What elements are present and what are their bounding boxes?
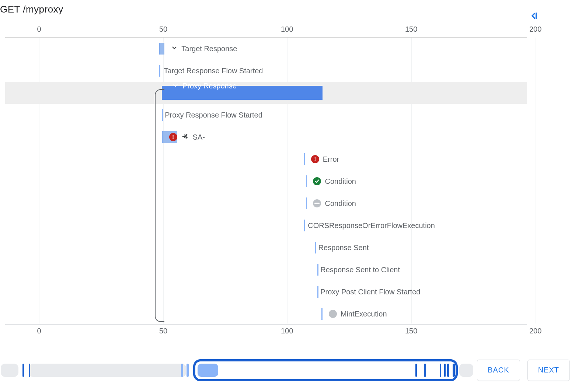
timeline-row[interactable]: !SA- [5,126,527,148]
row-text: Target Response [181,45,237,53]
row-label: Target Response [171,45,237,53]
timeline-row[interactable]: Proxy Response Flow Started [5,104,527,126]
scale-tick: 200 [529,327,541,335]
branch-icon [181,132,189,142]
timeline-row[interactable]: Target Response [5,38,527,60]
timeline-rows: Target ResponseTarget Response Flow Star… [5,38,527,325]
gridline [536,38,536,323]
minimap[interactable] [1,360,470,381]
error-icon: ! [311,155,319,163]
row-text: Target Response Flow Started [164,67,263,75]
timeline-row[interactable]: Proxy Response [5,82,527,104]
row-label: Target Response Flow Started [164,67,263,75]
minimap-segment [29,364,186,377]
scale-tick: 150 [405,327,417,335]
page-title: GET /myproxy [0,4,63,15]
row-label: Response Sent [318,244,369,252]
check-icon [313,177,321,185]
timeline-row[interactable]: !Error [5,148,527,170]
chevron-down-icon[interactable] [172,82,179,90]
timeline-row[interactable]: Response Sent [5,237,527,259]
row-text: SA- [193,133,205,141]
span-tick [304,153,305,165]
span-tick [304,220,305,231]
minimap-marker [187,364,189,377]
minimap-segment [459,364,473,377]
row-text: Response Sent to Client [320,266,400,274]
scale-tick: 150 [405,25,417,34]
timeline-scale-top: 050100150200 [5,25,527,38]
bottom-bar: BACK NEXT [0,348,575,392]
row-label: Proxy Post Client Flow Started [320,288,420,296]
timeline-row[interactable]: Condition [5,192,527,214]
dash-icon [313,199,321,207]
scale-tick: 50 [159,327,167,335]
timeline-row[interactable]: Target Response Flow Started [5,60,527,82]
row-text: CORSResponseOrErrorFlowExecution [308,221,435,230]
scale-tick: 200 [529,25,541,34]
row-text: Response Sent [318,244,369,252]
scale-tick: 0 [37,25,41,34]
bracket [155,89,164,322]
row-label: Condition [313,177,356,186]
row-label: !SA- [169,132,205,142]
scale-tick: 50 [159,25,167,34]
row-text: Proxy Response [182,82,237,90]
timeline-row[interactable]: Response Sent to Client [5,259,527,281]
row-text: Error [323,155,339,164]
span-tick [306,175,307,187]
span-tick [321,308,323,320]
back-button[interactable]: BACK [477,360,520,381]
timeline-row[interactable]: MintExecution [5,303,527,325]
row-label: Response Sent to Client [320,266,400,274]
row-text: Condition [325,199,356,208]
row-label: CORSResponseOrErrorFlowExecution [308,221,435,230]
row-text: Proxy Response Flow Started [165,111,262,119]
scale-tick: 100 [281,25,293,34]
span-tick [317,286,318,298]
minimap-marker [29,364,30,377]
row-label: Proxy Response Flow Started [165,111,262,119]
timeline-scale-bottom: 050100150200 [5,324,527,337]
span-bar [159,43,164,55]
row-text: Condition [325,177,356,186]
row-label: !Error [311,155,339,164]
row-text: MintExecution [341,310,387,318]
chevron-down-icon[interactable] [171,45,178,53]
minimap-segment [1,364,18,377]
svg-rect-1 [314,203,320,204]
span-tick [315,242,316,253]
minimap-handle[interactable] [193,359,458,381]
error-icon: ! [169,133,177,141]
row-text: Proxy Post Client Flow Started [320,288,420,296]
span-tick [159,65,160,77]
span-tick [306,197,307,209]
row-label: Proxy Response [172,82,237,90]
row-label: MintExecution [329,310,387,318]
timeline-row[interactable]: CORSResponseOrErrorFlowExecution [5,214,527,237]
panel-collapse-icon[interactable] [529,11,538,22]
minimap-marker [181,364,183,377]
next-button[interactable]: NEXT [527,360,570,381]
span-tick [317,264,318,276]
timeline-row[interactable]: Proxy Post Client Flow Started [5,281,527,303]
minimap-handle-fill [198,364,218,377]
disabled-icon [329,310,337,318]
minimap-marker [22,364,24,377]
scale-tick: 0 [37,327,41,335]
scale-tick: 100 [281,327,293,335]
timeline-row[interactable]: Condition [5,170,527,192]
row-label: Condition [313,199,356,208]
